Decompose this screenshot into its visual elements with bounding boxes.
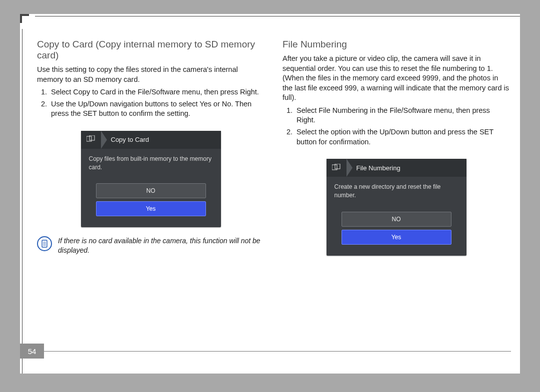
intro-text: After you take a picture or video clip, …: [282, 54, 510, 103]
camera-header: Copy to Card: [81, 131, 221, 149]
step-item: Select File Numbering in the File/Softwa…: [294, 106, 510, 125]
note-icon: [37, 236, 52, 251]
note-text: If there is no card available in the cam…: [58, 236, 264, 255]
step-item: Use the Up/Down navigation buttons to se…: [49, 99, 264, 119]
step-item: Select Copy to Card in the File/Software…: [49, 87, 264, 97]
camera-screen-copy: Copy to Card Copy files from built-in me…: [81, 131, 221, 228]
camera-title: File Numbering: [356, 164, 400, 172]
intro-text: Use this setting to copy the files store…: [37, 65, 264, 84]
heading-file-numbering: File Numbering: [282, 39, 510, 50]
chevron-right-icon: [346, 159, 352, 177]
sd-card-icon: [326, 164, 346, 172]
camera-header: File Numbering: [326, 159, 466, 177]
page-footer: 54: [20, 344, 520, 359]
camera-description: Copy files from built-in memory to the m…: [81, 149, 221, 181]
option-yes[interactable]: Yes: [342, 230, 452, 245]
chevron-right-icon: [101, 131, 107, 149]
option-no[interactable]: NO: [342, 212, 452, 227]
left-rule: [22, 29, 22, 374]
manual-page: Copy to Card (Copy internal memory to SD…: [20, 14, 520, 374]
step-list: Select File Numbering in the File/Softwa…: [282, 106, 510, 147]
step-list: Select Copy to Card in the File/Software…: [37, 87, 264, 119]
corner-mark: [20, 14, 29, 23]
left-column: Copy to Card (Copy internal memory to SD…: [37, 39, 264, 339]
option-yes[interactable]: Yes: [96, 201, 206, 216]
camera-screen-file-numbering: File Numbering Create a new directory an…: [326, 159, 466, 256]
option-no[interactable]: NO: [96, 183, 206, 198]
footer-rule: [44, 351, 511, 352]
note: If there is no card available in the cam…: [37, 236, 264, 255]
top-rule: [35, 16, 520, 16]
camera-title: Copy to Card: [111, 136, 150, 143]
right-column: File Numbering After you take a picture …: [282, 39, 510, 339]
camera-description: Create a new directory and reset the fil…: [326, 177, 466, 209]
heading-copy-to-card: Copy to Card (Copy internal memory to SD…: [37, 39, 264, 61]
page-number: 54: [20, 344, 44, 359]
sd-card-icon: [81, 135, 101, 144]
step-item: Select the option with the Up/Down butto…: [294, 127, 510, 147]
